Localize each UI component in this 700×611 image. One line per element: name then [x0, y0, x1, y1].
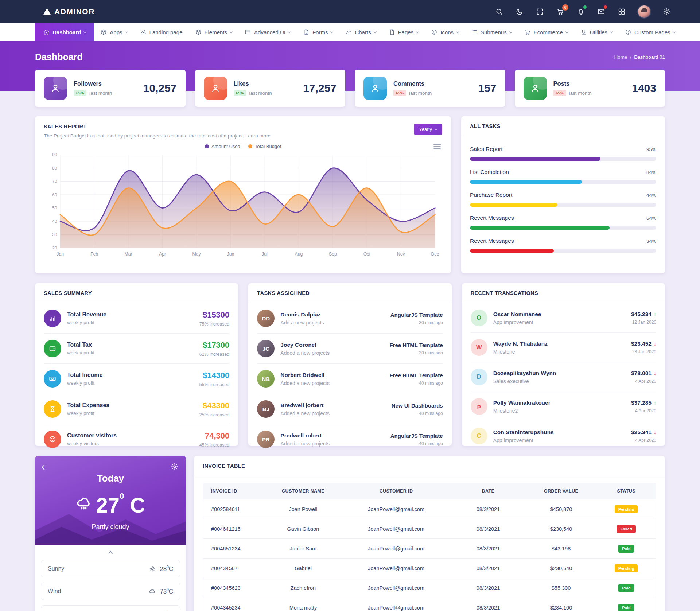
brand-logo[interactable]: ADMINOR	[43, 7, 95, 16]
progress-bar	[470, 226, 656, 230]
notifications-bell-icon[interactable]	[576, 7, 586, 16]
invoice-table-header: INVOICE ID CUSTOMER NAME CUSTOMER ID DAT…	[203, 483, 656, 499]
invoice-table: INVOICE ID CUSTOMER NAME CUSTOMER ID DAT…	[203, 483, 656, 611]
mountain-icon	[140, 29, 147, 35]
browser-icon	[245, 29, 251, 35]
trend-arrow-icon: ↓	[654, 341, 656, 347]
progress-bar	[470, 180, 656, 184]
menu-item-custom-pages[interactable]: Custom Pages	[619, 23, 681, 41]
initial-avatar: W	[471, 339, 487, 356]
bar-chart-icon	[44, 310, 61, 327]
apps-grid-icon[interactable]	[617, 7, 626, 16]
transaction-row: p Polly Wannakrakouer Milestone2 $37.285…	[471, 392, 656, 421]
assigned-task-row: JC Joey Coronel Added a new projects Fre…	[257, 334, 443, 364]
brand-name: ADMINOR	[54, 7, 95, 16]
status-badge: Pending	[615, 564, 638, 572]
stat-cards-row: Followers 65% last month 10,257 Likes 65…	[35, 70, 665, 107]
sales-report-card: SALES REPORT The Project Budget is a too…	[35, 116, 451, 273]
user-avatar[interactable]	[637, 5, 651, 19]
progress-bar	[470, 157, 656, 161]
page-title: Dashboard	[35, 52, 83, 62]
transaction-row: O Oscar Nommanee App improvement $45.234…	[471, 303, 656, 333]
sales-summary-card: SALES SUMMARY Total Revenue weekly profi…	[35, 283, 238, 446]
svg-text:Jan: Jan	[57, 252, 64, 257]
brand-logo-icon	[43, 8, 51, 15]
avatar: BJ	[257, 400, 275, 418]
hourglass-icon	[44, 400, 61, 418]
cloud-rain-icon	[76, 496, 92, 512]
back-chevron-icon[interactable]	[42, 465, 47, 470]
stat-value: 157	[478, 82, 496, 94]
menu-item-landing-page[interactable]: Landing page	[134, 23, 189, 41]
sales-summary-title: SALES SUMMARY	[44, 290, 92, 296]
utilities-icon	[580, 29, 587, 35]
period-select-button[interactable]: Yearly	[414, 124, 442, 135]
sun-icon	[149, 565, 156, 572]
learn-more-link[interactable]: Learn more	[245, 133, 271, 139]
weather-condition: Partly cloudy	[42, 523, 179, 531]
svg-text:Nov: Nov	[397, 252, 405, 257]
svg-text:Feb: Feb	[90, 252, 98, 257]
summary-row-total-revenue: Total Revenue weekly profit $15300 75% i…	[44, 303, 229, 334]
svg-text:Dec: Dec	[431, 252, 439, 257]
menu-item-utilities[interactable]: Utilities	[574, 23, 619, 41]
stat-value: 1403	[632, 82, 656, 94]
transaction-row: W Wayde N. Thabalanz Milestone $23.452 ↓…	[471, 333, 656, 362]
initial-avatar: D	[471, 369, 487, 385]
fullscreen-icon[interactable]	[535, 7, 545, 16]
package-icon	[195, 29, 202, 35]
recent-transactions-title: RECENT TRANSCATIONS	[471, 290, 538, 296]
all-tasks-card: ALL TASKS Sales Report 95% List Completi…	[461, 116, 665, 273]
menu-item-elements[interactable]: Elements	[189, 23, 239, 41]
menu-item-icons[interactable]: Icons	[425, 23, 465, 41]
svg-text:70: 70	[52, 179, 57, 183]
progress-bar	[470, 203, 656, 207]
stat-value: 10,257	[143, 82, 177, 94]
file-icon	[389, 29, 395, 35]
menu-item-submenus[interactable]: Submenus	[465, 23, 518, 41]
breadcrumb-home[interactable]: Home	[614, 54, 627, 60]
svg-text:Sep: Sep	[329, 252, 337, 257]
transaction-row: D Dozeaplikayshun Wynn Sales executive $…	[471, 362, 656, 392]
task-progress-row: Revert Messages 34%	[470, 230, 656, 253]
assigned-task-row: DD Dennis Dalpiaz Add a new projects Ang…	[257, 303, 443, 334]
menu-item-dashboard[interactable]: Dashboard	[35, 23, 94, 41]
svg-text:Oct: Oct	[363, 252, 371, 257]
file-text-icon	[303, 29, 310, 35]
stat-value: 17,257	[303, 82, 337, 94]
menu-item-charts[interactable]: Charts	[339, 23, 382, 41]
stat-card-followers: Followers 65% last month 10,257	[35, 70, 186, 107]
posts-person-icon	[524, 77, 547, 100]
menu-item-forms[interactable]: Forms	[297, 23, 339, 41]
menu-item-pages[interactable]: Pages	[382, 23, 425, 41]
chart-menu-icon[interactable]	[433, 143, 441, 151]
box-icon	[100, 29, 107, 35]
weather-widget: Today 270 C Partly cloudy Sunny 280C	[35, 456, 186, 611]
legend-amount-used: Amount Used	[211, 144, 240, 149]
comments-person-icon	[363, 77, 387, 100]
avatar: DD	[257, 310, 275, 327]
legend-total-budget: Total Budget	[255, 144, 281, 149]
trend-arrow-icon: ↑	[654, 311, 656, 317]
notification-dot	[583, 5, 587, 9]
task-progress-row: List Completion 84%	[470, 161, 656, 184]
dark-mode-moon-icon[interactable]	[515, 7, 524, 16]
search-icon[interactable]	[494, 7, 504, 16]
mail-dot	[604, 5, 607, 9]
menu-item-apps[interactable]: Apps	[94, 23, 133, 41]
mail-icon[interactable]	[596, 7, 606, 16]
cart-icon[interactable]: 6	[556, 7, 565, 16]
menu-item-ecommerce[interactable]: Ecommerce	[518, 23, 574, 41]
settings-gear-icon[interactable]	[662, 7, 672, 16]
main-menu: Dashboard Apps Landing page Elements Adv…	[0, 23, 700, 41]
invoice-row: #00434567Gabriel JoanPowell@gmail.com08/…	[203, 559, 656, 578]
collapse-chevron-icon[interactable]	[108, 551, 113, 556]
menu-item-advanced-ui[interactable]: Advanced UI	[238, 23, 297, 41]
assigned-task-row: BJ Bredwell jorbert Added a new projects…	[257, 394, 443, 424]
weather-settings-gear-icon[interactable]	[171, 463, 179, 472]
breadcrumb-current: Dashboard 01	[634, 54, 665, 60]
invoice-table-title: INVOICE TABLE	[203, 463, 245, 469]
cart-count-badge: 6	[562, 4, 568, 11]
summary-row-total-tax: Total Tax weekly profit $17300 62% incre…	[44, 334, 229, 364]
status-badge: Paid	[618, 545, 634, 553]
